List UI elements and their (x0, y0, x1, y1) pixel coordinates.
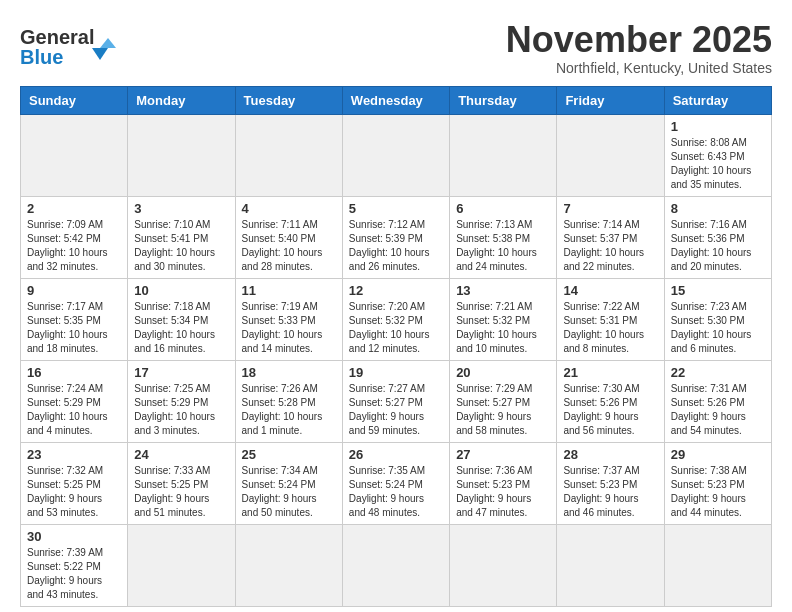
calendar-cell: 5Sunrise: 7:12 AM Sunset: 5:39 PM Daylig… (342, 196, 449, 278)
day-header-thursday: Thursday (450, 86, 557, 114)
day-info: Sunrise: 7:29 AM Sunset: 5:27 PM Dayligh… (456, 382, 550, 438)
calendar-cell (21, 114, 128, 196)
day-number: 2 (27, 201, 121, 216)
day-header-monday: Monday (128, 86, 235, 114)
day-number: 13 (456, 283, 550, 298)
day-number: 21 (563, 365, 657, 380)
day-info: Sunrise: 7:32 AM Sunset: 5:25 PM Dayligh… (27, 464, 121, 520)
day-info: Sunrise: 7:12 AM Sunset: 5:39 PM Dayligh… (349, 218, 443, 274)
day-number: 20 (456, 365, 550, 380)
day-info: Sunrise: 7:30 AM Sunset: 5:26 PM Dayligh… (563, 382, 657, 438)
day-info: Sunrise: 7:14 AM Sunset: 5:37 PM Dayligh… (563, 218, 657, 274)
calendar-cell (557, 114, 664, 196)
day-number: 14 (563, 283, 657, 298)
calendar-cell (557, 524, 664, 606)
day-number: 10 (134, 283, 228, 298)
day-number: 23 (27, 447, 121, 462)
day-info: Sunrise: 7:09 AM Sunset: 5:42 PM Dayligh… (27, 218, 121, 274)
calendar-cell (664, 524, 771, 606)
week-row-5: 30Sunrise: 7:39 AM Sunset: 5:22 PM Dayli… (21, 524, 772, 606)
calendar-cell: 21Sunrise: 7:30 AM Sunset: 5:26 PM Dayli… (557, 360, 664, 442)
calendar-cell: 23Sunrise: 7:32 AM Sunset: 5:25 PM Dayli… (21, 442, 128, 524)
day-info: Sunrise: 7:13 AM Sunset: 5:38 PM Dayligh… (456, 218, 550, 274)
day-number: 11 (242, 283, 336, 298)
day-number: 30 (27, 529, 121, 544)
day-number: 26 (349, 447, 443, 462)
calendar-page: General Blue November 2025 Northfield, K… (0, 0, 792, 612)
week-row-1: 2Sunrise: 7:09 AM Sunset: 5:42 PM Daylig… (21, 196, 772, 278)
calendar-cell: 13Sunrise: 7:21 AM Sunset: 5:32 PM Dayli… (450, 278, 557, 360)
calendar-cell (450, 524, 557, 606)
month-title: November 2025 (506, 20, 772, 60)
calendar-cell: 12Sunrise: 7:20 AM Sunset: 5:32 PM Dayli… (342, 278, 449, 360)
header: General Blue November 2025 Northfield, K… (20, 20, 772, 76)
calendar-cell: 25Sunrise: 7:34 AM Sunset: 5:24 PM Dayli… (235, 442, 342, 524)
day-number: 6 (456, 201, 550, 216)
day-info: Sunrise: 7:18 AM Sunset: 5:34 PM Dayligh… (134, 300, 228, 356)
calendar-body: 1Sunrise: 8:08 AM Sunset: 6:43 PM Daylig… (21, 114, 772, 606)
day-info: Sunrise: 7:23 AM Sunset: 5:30 PM Dayligh… (671, 300, 765, 356)
day-number: 8 (671, 201, 765, 216)
day-info: Sunrise: 7:11 AM Sunset: 5:40 PM Dayligh… (242, 218, 336, 274)
calendar-cell: 15Sunrise: 7:23 AM Sunset: 5:30 PM Dayli… (664, 278, 771, 360)
calendar-cell: 18Sunrise: 7:26 AM Sunset: 5:28 PM Dayli… (235, 360, 342, 442)
week-row-2: 9Sunrise: 7:17 AM Sunset: 5:35 PM Daylig… (21, 278, 772, 360)
calendar-cell: 4Sunrise: 7:11 AM Sunset: 5:40 PM Daylig… (235, 196, 342, 278)
day-number: 5 (349, 201, 443, 216)
day-info: Sunrise: 7:24 AM Sunset: 5:29 PM Dayligh… (27, 382, 121, 438)
day-number: 18 (242, 365, 336, 380)
week-row-4: 23Sunrise: 7:32 AM Sunset: 5:25 PM Dayli… (21, 442, 772, 524)
calendar-cell: 29Sunrise: 7:38 AM Sunset: 5:23 PM Dayli… (664, 442, 771, 524)
day-number: 9 (27, 283, 121, 298)
day-header-saturday: Saturday (664, 86, 771, 114)
day-number: 1 (671, 119, 765, 134)
day-info: Sunrise: 7:20 AM Sunset: 5:32 PM Dayligh… (349, 300, 443, 356)
calendar-cell: 27Sunrise: 7:36 AM Sunset: 5:23 PM Dayli… (450, 442, 557, 524)
day-info: Sunrise: 8:08 AM Sunset: 6:43 PM Dayligh… (671, 136, 765, 192)
calendar-cell (342, 524, 449, 606)
calendar-cell (342, 114, 449, 196)
day-headers-row: SundayMondayTuesdayWednesdayThursdayFrid… (21, 86, 772, 114)
day-number: 17 (134, 365, 228, 380)
calendar-cell: 9Sunrise: 7:17 AM Sunset: 5:35 PM Daylig… (21, 278, 128, 360)
week-row-0: 1Sunrise: 8:08 AM Sunset: 6:43 PM Daylig… (21, 114, 772, 196)
day-number: 16 (27, 365, 121, 380)
day-info: Sunrise: 7:21 AM Sunset: 5:32 PM Dayligh… (456, 300, 550, 356)
calendar-cell: 19Sunrise: 7:27 AM Sunset: 5:27 PM Dayli… (342, 360, 449, 442)
day-info: Sunrise: 7:22 AM Sunset: 5:31 PM Dayligh… (563, 300, 657, 356)
calendar-cell: 10Sunrise: 7:18 AM Sunset: 5:34 PM Dayli… (128, 278, 235, 360)
svg-marker-3 (100, 38, 116, 48)
day-number: 15 (671, 283, 765, 298)
logo: General Blue (20, 20, 120, 70)
day-info: Sunrise: 7:36 AM Sunset: 5:23 PM Dayligh… (456, 464, 550, 520)
day-number: 12 (349, 283, 443, 298)
calendar-cell (128, 524, 235, 606)
day-header-wednesday: Wednesday (342, 86, 449, 114)
day-number: 22 (671, 365, 765, 380)
day-header-friday: Friday (557, 86, 664, 114)
day-number: 25 (242, 447, 336, 462)
calendar-cell (128, 114, 235, 196)
svg-text:General: General (20, 26, 94, 48)
day-header-tuesday: Tuesday (235, 86, 342, 114)
day-header-sunday: Sunday (21, 86, 128, 114)
day-info: Sunrise: 7:25 AM Sunset: 5:29 PM Dayligh… (134, 382, 228, 438)
calendar-cell: 24Sunrise: 7:33 AM Sunset: 5:25 PM Dayli… (128, 442, 235, 524)
calendar-cell: 2Sunrise: 7:09 AM Sunset: 5:42 PM Daylig… (21, 196, 128, 278)
day-info: Sunrise: 7:39 AM Sunset: 5:22 PM Dayligh… (27, 546, 121, 602)
calendar-cell: 8Sunrise: 7:16 AM Sunset: 5:36 PM Daylig… (664, 196, 771, 278)
day-info: Sunrise: 7:35 AM Sunset: 5:24 PM Dayligh… (349, 464, 443, 520)
day-info: Sunrise: 7:26 AM Sunset: 5:28 PM Dayligh… (242, 382, 336, 438)
calendar-cell: 26Sunrise: 7:35 AM Sunset: 5:24 PM Dayli… (342, 442, 449, 524)
calendar-cell (450, 114, 557, 196)
day-number: 7 (563, 201, 657, 216)
day-info: Sunrise: 7:10 AM Sunset: 5:41 PM Dayligh… (134, 218, 228, 274)
day-info: Sunrise: 7:33 AM Sunset: 5:25 PM Dayligh… (134, 464, 228, 520)
day-number: 3 (134, 201, 228, 216)
calendar-cell (235, 114, 342, 196)
day-info: Sunrise: 7:38 AM Sunset: 5:23 PM Dayligh… (671, 464, 765, 520)
calendar-cell: 16Sunrise: 7:24 AM Sunset: 5:29 PM Dayli… (21, 360, 128, 442)
day-number: 27 (456, 447, 550, 462)
calendar-cell: 22Sunrise: 7:31 AM Sunset: 5:26 PM Dayli… (664, 360, 771, 442)
calendar-cell (235, 524, 342, 606)
